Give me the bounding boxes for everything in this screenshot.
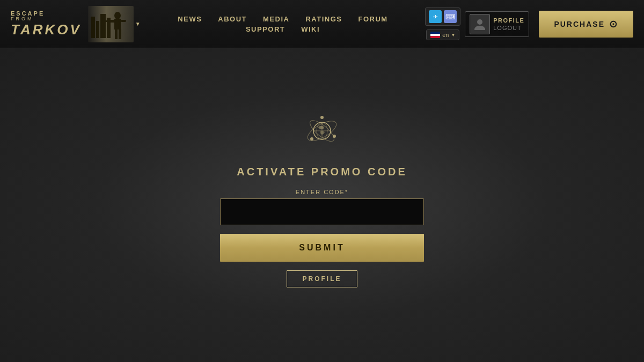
nav-item-ratings[interactable]: RATINGS bbox=[305, 15, 342, 23]
logo-tarkov: TARKOV bbox=[11, 22, 82, 38]
purchase-icon: ⊙ bbox=[609, 18, 618, 30]
profile-labels: PROFILE LOGOUT bbox=[493, 17, 524, 31]
logo-silhouette-icon bbox=[88, 6, 134, 42]
language-code: en bbox=[442, 32, 449, 38]
svg-point-15 bbox=[310, 137, 313, 141]
svg-rect-11 bbox=[119, 29, 121, 39]
globe-icon-container bbox=[303, 112, 341, 150]
flag-icon bbox=[430, 32, 440, 38]
discord-icon[interactable]: ⌨ bbox=[444, 10, 457, 23]
profile-button[interactable]: PROFILE bbox=[287, 270, 357, 287]
nav-item-support[interactable]: SUPPORT bbox=[246, 25, 285, 33]
nav-row-bottom: SUPPORT WIKI bbox=[246, 25, 320, 33]
lang-dropdown-arrow-icon: ▼ bbox=[451, 33, 455, 38]
social-icons: ✈ ⌨ bbox=[425, 8, 460, 26]
purchase-button[interactable]: PURCHASE ⊙ bbox=[539, 11, 633, 38]
navbar: ESCAPE FROM TARKOV bbox=[0, 0, 644, 48]
form-container: ENTER CODE* SUBMIT PROFILE bbox=[220, 189, 424, 287]
svg-rect-2 bbox=[96, 21, 99, 38]
nav-right: ✈ ⌨ en ▼ PROFILE LOGOUT PURCHASE bbox=[425, 8, 633, 40]
nav-item-wiki[interactable]: WIKI bbox=[301, 25, 320, 33]
svg-rect-8 bbox=[121, 20, 126, 22]
avatar bbox=[470, 14, 490, 34]
profile-area[interactable]: PROFILE LOGOUT bbox=[465, 11, 529, 37]
purchase-label: PURCHASE bbox=[554, 20, 605, 28]
promo-code-input[interactable] bbox=[220, 198, 424, 225]
nav-row-top: NEWS ABOUT MEDIA RATINGS FORUM bbox=[178, 15, 387, 23]
logo-dropdown-arrow-icon[interactable]: ▼ bbox=[135, 21, 141, 27]
input-group: ENTER CODE* bbox=[220, 189, 424, 225]
input-label: ENTER CODE* bbox=[296, 189, 348, 195]
telegram-icon[interactable]: ✈ bbox=[429, 10, 442, 23]
main-content: ACTIVATE PROMO CODE ENTER CODE* SUBMIT P… bbox=[0, 48, 644, 362]
nav-item-news[interactable]: NEWS bbox=[178, 15, 202, 23]
svg-rect-1 bbox=[91, 17, 95, 38]
nav-item-about[interactable]: ABOUT bbox=[218, 15, 247, 23]
language-selector[interactable]: en ▼ bbox=[426, 29, 459, 40]
logo-text: ESCAPE FROM TARKOV bbox=[11, 10, 82, 38]
submit-label: SUBMIT bbox=[299, 243, 345, 252]
submit-button[interactable]: SUBMIT bbox=[220, 234, 424, 262]
svg-point-12 bbox=[477, 19, 482, 25]
logo-area: ESCAPE FROM TARKOV bbox=[11, 6, 134, 42]
page-title: ACTIVATE PROMO CODE bbox=[237, 166, 407, 178]
svg-rect-10 bbox=[115, 29, 118, 39]
globe-icon bbox=[303, 112, 341, 150]
svg-point-13 bbox=[320, 116, 324, 119]
logout-label[interactable]: LOGOUT bbox=[493, 25, 524, 31]
svg-rect-3 bbox=[100, 14, 106, 38]
profile-nav-label[interactable]: PROFILE bbox=[493, 17, 524, 24]
svg-rect-9 bbox=[104, 20, 112, 22]
svg-rect-6 bbox=[114, 19, 121, 29]
svg-point-5 bbox=[114, 12, 121, 19]
nav-item-forum[interactable]: FORUM bbox=[358, 15, 388, 23]
nav-links: NEWS ABOUT MEDIA RATINGS FORUM SUPPORT W… bbox=[141, 15, 425, 33]
avatar-icon bbox=[473, 17, 487, 31]
nav-item-media[interactable]: MEDIA bbox=[263, 15, 289, 23]
profile-button-label: PROFILE bbox=[302, 275, 341, 283]
